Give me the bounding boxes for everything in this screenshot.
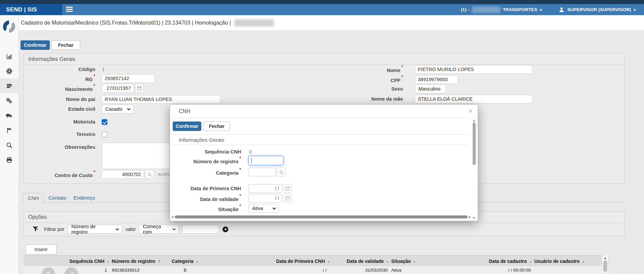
bar-chart-icon[interactable]: [0, 49, 18, 64]
nome-mae-input[interactable]: [415, 95, 533, 103]
required-asterisk: *: [239, 204, 241, 208]
close-button[interactable]: Fechar: [52, 40, 80, 50]
confirm-button[interactable]: Confirmar: [21, 40, 50, 50]
user-menu[interactable]: SUPERVISOR (SUPERVISOR): [567, 7, 631, 12]
centro-custo-input[interactable]: [102, 170, 144, 179]
centro-custo-row: Centro de Custo* ALMOX: [24, 170, 171, 179]
nome-mae-label: Nome da mãe: [337, 96, 403, 102]
pai-input[interactable]: [102, 95, 221, 104]
filter-operator-select[interactable]: Começa com: [139, 225, 179, 234]
tab-contato[interactable]: Contato: [46, 193, 68, 203]
caret-down-icon[interactable]: [634, 7, 636, 12]
column-header-sequencia[interactable]: Sequência CNH: [25, 255, 109, 267]
codigo-value: 1: [102, 67, 105, 72]
tab-endereco[interactable]: Endereço: [72, 193, 96, 203]
scrollbar-thumb[interactable]: [603, 261, 607, 272]
sort-caret-icon[interactable]: [527, 259, 532, 264]
categoria-row: Categoria*: [177, 168, 285, 176]
cell-categoria: B: [165, 266, 205, 274]
caret-down-icon[interactable]: [540, 7, 542, 12]
gear-icon[interactable]: [0, 64, 18, 78]
sequencia-cnh-row: Sequência CNH 0: [177, 147, 252, 156]
calendar-icon[interactable]: 7: [135, 84, 144, 93]
column-header-categoria[interactable]: Categoria: [165, 255, 205, 267]
cell-primeira-cnh: / /: [266, 266, 327, 274]
insert-button[interactable]: Inserir: [26, 244, 57, 254]
numero-registro-label: Número de registro*: [177, 157, 241, 164]
validade-input[interactable]: [248, 194, 282, 203]
numero-registro-input[interactable]: [248, 156, 283, 165]
estado-civil-label: Estado civil: [24, 106, 95, 112]
grid-vertical-scrollbar[interactable]: [602, 255, 609, 274]
svg-text:7: 7: [287, 198, 288, 200]
sort-caret-icon[interactable]: [104, 259, 109, 264]
primeira-cnh-input[interactable]: [248, 184, 282, 193]
sexo-select[interactable]: Masculino: [415, 84, 446, 93]
cpf-label: CPF*: [337, 76, 403, 83]
situacao-select[interactable]: Ativa: [248, 204, 279, 213]
column-header-usuario-cadastro[interactable]: Usuário de cadastro: [534, 255, 585, 267]
redacted-branch-name: [472, 6, 500, 13]
estado-civil-select[interactable]: Casado: [102, 105, 134, 113]
navbar-right: (1) - TRANSPORTES SUPERVISOR (SUPERVISOR…: [461, 4, 636, 15]
scrollbar-thumb[interactable]: [175, 215, 468, 218]
rg-label: RG*: [24, 75, 95, 82]
rg-input[interactable]: [102, 74, 155, 83]
cogs-icon[interactable]: [0, 93, 18, 108]
filter-funnel-icon[interactable]: [32, 226, 41, 233]
svg-text:7: 7: [287, 188, 288, 190]
sort-caret-icon[interactable]: [580, 259, 585, 264]
required-asterisk: *: [94, 83, 95, 88]
sexo-row: Sexo Masculino: [337, 84, 446, 93]
scrollbar-thumb[interactable]: [473, 123, 476, 165]
modal-confirm-button[interactable]: Confirmar: [173, 122, 201, 131]
filter-value-input[interactable]: [182, 225, 219, 234]
modal-horizontal-scrollbar[interactable]: [171, 215, 476, 219]
modal-close-button[interactable]: Fechar: [203, 122, 230, 131]
tab-cnh[interactable]: CNH: [23, 193, 44, 203]
list-icon[interactable]: [0, 78, 18, 93]
calendar-icon[interactable]: 7: [283, 184, 292, 193]
hamburger-icon[interactable]: [66, 7, 73, 12]
sequencia-cnh-label: Sequência CNH: [177, 149, 241, 155]
lookup-search-icon[interactable]: [277, 168, 285, 176]
printer-icon[interactable]: [0, 152, 18, 167]
motorista-checkbox[interactable]: [102, 119, 107, 125]
lookup-search-icon[interactable]: [145, 170, 154, 179]
branch-menu[interactable]: TRANSPORTES: [503, 7, 537, 12]
flag-icon[interactable]: [0, 123, 18, 138]
calendar-icon[interactable]: 7: [283, 194, 292, 203]
column-header-validade[interactable]: Data de validade: [337, 255, 389, 267]
scroll-up-arrow-icon[interactable]: [473, 119, 475, 122]
sort-caret-icon[interactable]: [411, 259, 416, 264]
column-header-situacao[interactable]: Situação: [391, 255, 423, 267]
grid-row[interactable]: 1 99238335913 B / / 31/03/2030 Ativa / /…: [24, 266, 609, 274]
nome-input[interactable]: [415, 65, 533, 74]
column-header-registro[interactable]: Número de registro: [112, 255, 169, 267]
sort-caret-icon[interactable]: [384, 259, 389, 264]
column-header-primeira-cnh[interactable]: Data de Primeira CNH: [266, 255, 330, 267]
nascimento-input[interactable]: [102, 84, 134, 93]
codigo-label: Código: [24, 67, 95, 72]
add-filter-icon[interactable]: [223, 227, 228, 232]
sort-caret-icon[interactable]: [194, 259, 199, 264]
app-brand: SEND | SIS: [6, 4, 37, 15]
modal-titlebar: CNH ×: [170, 105, 478, 118]
column-header-data-cadastro[interactable]: Data de cadastro: [471, 255, 532, 267]
sort-asc-icon[interactable]: [155, 258, 161, 264]
redacted-title-segment: [234, 19, 274, 27]
sequencia-cnh-value: 0: [249, 149, 252, 155]
filter-field-select[interactable]: Número de registro: [68, 225, 122, 234]
scroll-left-arrow-icon[interactable]: [171, 216, 173, 218]
terceiro-checkbox[interactable]: [102, 132, 107, 137]
cpf-input[interactable]: [415, 75, 458, 84]
close-icon[interactable]: ×: [469, 107, 472, 115]
scroll-up-arrow-icon[interactable]: [604, 257, 607, 259]
categoria-label: Categoria*: [177, 169, 241, 176]
sort-caret-icon[interactable]: [325, 259, 330, 264]
modal-vertical-scrollbar[interactable]: [472, 119, 476, 219]
search-icon[interactable]: [0, 138, 18, 152]
scroll-right-arrow-icon[interactable]: [469, 216, 471, 218]
truck-icon[interactable]: [0, 108, 18, 123]
categoria-input[interactable]: [248, 168, 276, 176]
